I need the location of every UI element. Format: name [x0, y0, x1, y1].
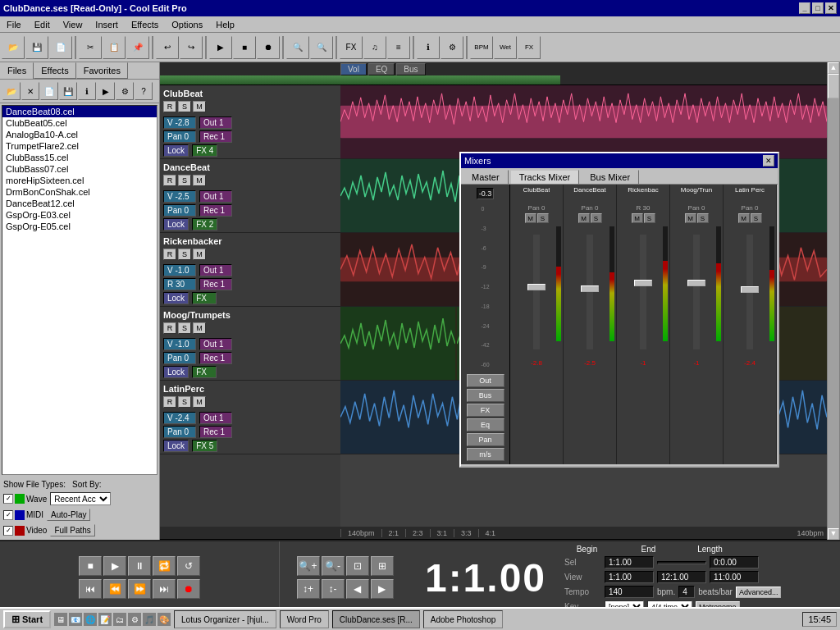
- tray-icon-2[interactable]: 📧: [69, 613, 82, 626]
- tray-icon-5[interactable]: 🗂: [113, 613, 126, 626]
- fx-btn-5[interactable]: FX 5: [192, 440, 217, 452]
- file-item-4[interactable]: ClubBass15.cel: [2, 152, 157, 163]
- tb-stop[interactable]: ■: [233, 36, 256, 59]
- tray-icon-7[interactable]: 🎵: [143, 613, 156, 626]
- track-r-btn-3[interactable]: R: [163, 249, 176, 260]
- rewind-start[interactable]: ⏮: [79, 579, 102, 599]
- tray-icon-6[interactable]: ⚙: [128, 613, 141, 626]
- zoom-right[interactable]: ▶: [371, 579, 394, 599]
- file-item-7[interactable]: DrmBonConShak.cel: [2, 186, 157, 198]
- track-r-btn-2[interactable]: R: [163, 175, 176, 186]
- tb-bpm[interactable]: BPM: [470, 36, 493, 59]
- tb-copy[interactable]: 📋: [103, 36, 126, 59]
- tb-paste[interactable]: 📌: [126, 36, 149, 59]
- advanced-button[interactable]: Advanced...: [736, 587, 782, 598]
- lock-btn-3[interactable]: Lock: [163, 292, 189, 304]
- file-item-0[interactable]: DanceBeat08.cel: [2, 106, 157, 117]
- pan-val-3[interactable]: R 30: [163, 278, 196, 290]
- menu-help[interactable]: Help: [212, 18, 238, 31]
- ch-m-btn-1[interactable]: M: [525, 213, 536, 223]
- right-scrollbar[interactable]: ▲ ▼: [827, 62, 840, 540]
- mixers-tab-master[interactable]: Master: [463, 170, 509, 184]
- tray-icon-4[interactable]: 📝: [98, 613, 112, 626]
- tray-icon-3[interactable]: 🌐: [84, 613, 97, 626]
- vol-val-2[interactable]: V -2.5: [163, 190, 196, 203]
- track-r-btn-1[interactable]: R: [163, 101, 176, 112]
- zoom-full[interactable]: ⊡: [346, 556, 369, 576]
- mix-out-btn[interactable]: Out: [467, 374, 504, 387]
- menu-edit[interactable]: Edit: [31, 18, 53, 31]
- zoom-in-v[interactable]: ↕+: [297, 579, 320, 599]
- out-val-3[interactable]: Out 1: [199, 264, 232, 276]
- pan-val-5[interactable]: Pan 0: [163, 426, 196, 438]
- loop2-button[interactable]: ↺: [177, 556, 200, 576]
- out-val-1[interactable]: Out 1: [199, 116, 232, 129]
- menu-file[interactable]: File: [3, 18, 25, 31]
- record-button[interactable]: ⏺: [177, 579, 200, 599]
- fx-btn-2[interactable]: FX 2: [192, 218, 217, 231]
- forward-end[interactable]: ⏭: [153, 579, 176, 599]
- tray-icon-8[interactable]: 🎨: [158, 613, 171, 626]
- track-m-btn-2[interactable]: M: [193, 175, 206, 186]
- loop-button[interactable]: 🔁: [153, 556, 176, 576]
- tb-eq[interactable]: ≡: [387, 36, 410, 59]
- tb-zoom-in[interactable]: 🔍: [286, 36, 309, 59]
- ch-s-btn-2[interactable]: S: [591, 213, 602, 223]
- ft-play[interactable]: ▶: [97, 82, 115, 100]
- sel-length[interactable]: 0:0.00: [710, 556, 759, 568]
- tab-favorites[interactable]: Favorites: [76, 62, 128, 79]
- tb-save[interactable]: 💾: [25, 36, 48, 59]
- beats-value[interactable]: 4: [678, 586, 695, 598]
- mixers-tab-bus[interactable]: Bus Mixer: [581, 170, 639, 184]
- tab-effects[interactable]: Effects: [34, 62, 75, 79]
- close-button[interactable]: ✕: [825, 2, 837, 14]
- file-item-8[interactable]: DanceBeat12.cel: [2, 198, 157, 209]
- bus-tab[interactable]: Bus: [396, 63, 425, 75]
- ch-s-btn-5[interactable]: S: [751, 213, 762, 223]
- tb-effects[interactable]: FX: [340, 36, 363, 59]
- rewind-button[interactable]: ⏪: [103, 579, 126, 599]
- rec-val-2[interactable]: Rec 1: [199, 204, 232, 217]
- file-item-10[interactable]: GspOrg-E05.cel: [2, 221, 157, 232]
- menu-effects[interactable]: Effects: [128, 18, 162, 31]
- file-item-1[interactable]: ClubBeat05.cel: [2, 117, 157, 129]
- taskbar-wordpro[interactable]: Word Pro: [280, 610, 329, 628]
- mixers-close-button[interactable]: ✕: [763, 155, 774, 167]
- full-paths-button[interactable]: Full Paths: [50, 524, 94, 536]
- ft-help[interactable]: ?: [135, 82, 153, 100]
- mix-ms-btn[interactable]: m/s: [467, 448, 504, 461]
- pan-val-1[interactable]: Pan 0: [163, 130, 196, 143]
- ft-new[interactable]: 📄: [40, 82, 58, 100]
- lock-btn-5[interactable]: Lock: [163, 440, 189, 452]
- pause-button[interactable]: ⏸: [128, 556, 151, 576]
- track-m-btn-1[interactable]: M: [193, 101, 206, 112]
- sel-end[interactable]: [657, 561, 706, 564]
- track-row-1[interactable]: // Generate waveform paths inline: [340, 85, 827, 159]
- ch-s-btn-4[interactable]: S: [697, 213, 709, 223]
- sort-select[interactable]: Recent Acc Name Date: [50, 492, 111, 505]
- track-r-btn-5[interactable]: R: [163, 396, 176, 408]
- tab-files[interactable]: Files: [0, 62, 34, 79]
- ch-m-btn-2[interactable]: M: [578, 213, 590, 223]
- rec-val-3[interactable]: Rec 1: [199, 278, 232, 290]
- tb-wet[interactable]: Wet: [494, 36, 517, 59]
- zoom-left[interactable]: ◀: [346, 579, 369, 599]
- auto-play-button[interactable]: Auto-Play: [47, 509, 90, 521]
- vol-val-1[interactable]: V -2.8: [163, 116, 196, 129]
- tb-new[interactable]: 📄: [49, 36, 72, 59]
- track-s-btn-1[interactable]: S: [178, 101, 191, 112]
- stop-button[interactable]: ■: [79, 556, 102, 576]
- file-item-6[interactable]: moreHipSixteen.cel: [2, 175, 157, 186]
- ch-m-btn-4[interactable]: M: [685, 213, 696, 223]
- lock-btn-2[interactable]: Lock: [163, 218, 189, 231]
- ch-s-btn-3[interactable]: S: [644, 213, 655, 223]
- ft-open[interactable]: 📂: [2, 82, 21, 100]
- track-s-btn-3[interactable]: S: [178, 249, 191, 260]
- rec-val-5[interactable]: Rec 1: [199, 426, 232, 438]
- eq-tab[interactable]: EQ: [368, 63, 395, 75]
- tb-mix[interactable]: ♫: [363, 36, 386, 59]
- vol-val-3[interactable]: V -1.0: [163, 264, 196, 276]
- tb-fx2[interactable]: FX: [518, 36, 541, 59]
- vol-val-4[interactable]: V -1.0: [163, 338, 196, 350]
- menu-view[interactable]: View: [60, 18, 86, 31]
